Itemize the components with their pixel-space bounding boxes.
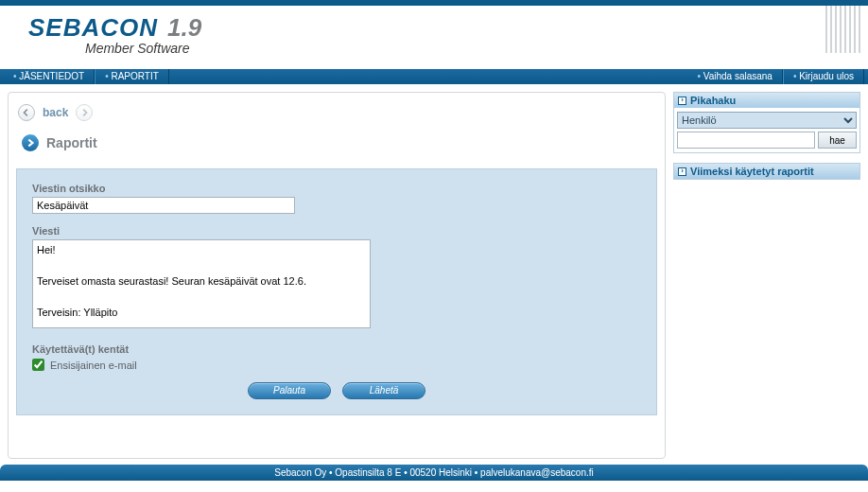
main-panel: back Raportit Viestin otsikko Viesti <box>8 92 666 459</box>
quicksearch-button[interactable]: hae <box>818 132 857 149</box>
panel-title-row: Raportit <box>22 134 657 151</box>
arrow-circle-icon <box>22 134 39 151</box>
body-field: Viesti <box>32 225 641 330</box>
primary-email-checkbox[interactable] <box>32 359 44 371</box>
quicksearch-input[interactable] <box>677 132 815 149</box>
footer: Sebacon Oy • Opastinsilta 8 E • 00520 He… <box>0 465 868 481</box>
brand-version: 1.9 <box>167 13 201 43</box>
recent-reports-title: Viimeksi käytetyt raportit <box>690 166 814 177</box>
logo-block: SEBACON 1.9 Member Software <box>0 6 868 56</box>
navbar: JÄSENTIEDOT RAPORTIT Vaihda salasana Kir… <box>0 69 868 84</box>
header-stripes-decoration <box>811 6 868 75</box>
nav-item-raportit[interactable]: RAPORTIT <box>95 69 169 84</box>
button-row: Palauta Lähetä <box>32 382 641 399</box>
page-frame: SEBACON 1.9 Member Software JÄSENTIEDOT … <box>0 0 868 481</box>
back-arrow-icon[interactable] <box>18 104 35 121</box>
quicksearch-title: Pikahaku <box>690 95 736 106</box>
panel-title: Raportit <box>46 135 97 150</box>
subject-field: Viestin otsikko <box>32 183 641 214</box>
form-panel: Viestin otsikko Viesti Käytettävä(t) ken… <box>16 168 657 415</box>
back-link[interactable]: back <box>43 106 68 119</box>
body-label: Viesti <box>32 225 641 237</box>
app-header: SEBACON 1.9 Member Software <box>0 0 868 69</box>
subject-input[interactable] <box>32 197 295 214</box>
primary-email-label: Ensisijainen e-mail <box>50 360 137 371</box>
send-button[interactable]: Lähetä <box>342 382 425 399</box>
subject-label: Viestin otsikko <box>32 183 641 194</box>
fields-section: Käytettävä(t) kentät Ensisijainen e-mail <box>32 343 641 371</box>
brand-name: SEBACON <box>28 13 158 43</box>
forward-arrow-icon[interactable] <box>76 104 93 121</box>
nav-item-vaihda-salasana[interactable]: Vaihda salasana <box>687 69 782 84</box>
quicksearch-box: › Pikahaku Henkilö hae <box>673 92 860 153</box>
quicksearch-select[interactable]: Henkilö <box>677 112 857 129</box>
sidebar: › Pikahaku Henkilö hae › Viimeksi käyt <box>673 92 860 459</box>
fields-label: Käytettävä(t) kentät <box>32 343 641 355</box>
expand-icon[interactable]: › <box>678 97 686 105</box>
body-textarea[interactable] <box>32 239 371 328</box>
back-row: back <box>18 104 657 121</box>
brand-tagline: Member Software <box>85 41 868 56</box>
nav-item-jasentiedot[interactable]: JÄSENTIEDOT <box>4 69 95 84</box>
expand-icon[interactable]: › <box>678 167 686 176</box>
recent-reports-box: › Viimeksi käytetyt raportit <box>673 163 860 180</box>
reset-button[interactable]: Palauta <box>248 382 331 399</box>
